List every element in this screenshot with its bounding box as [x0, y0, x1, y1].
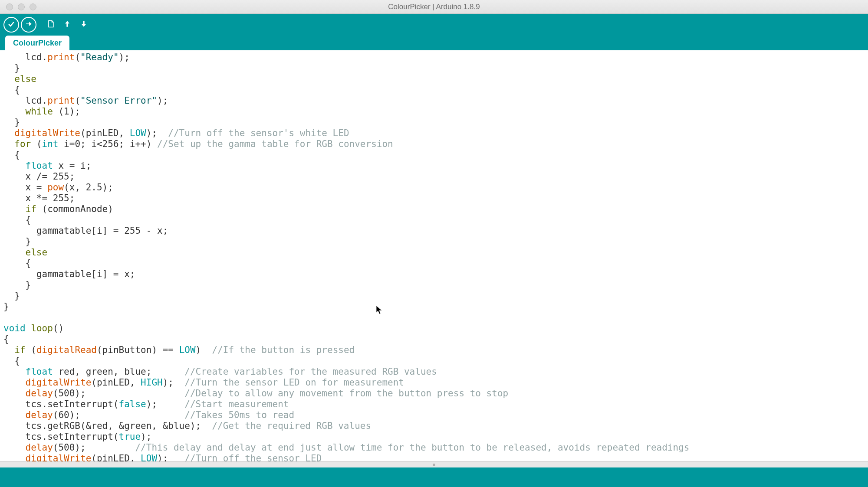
code-text: HIGH — [141, 377, 163, 388]
code-text — [3, 410, 26, 420]
code-text: ); — [157, 453, 184, 461]
code-text: x *= 255; — [3, 193, 75, 203]
code-text: if — [26, 204, 36, 214]
code-text: ( — [75, 95, 80, 106]
code-text: "Sensor Error" — [80, 95, 157, 106]
code-text: (500); — [53, 388, 184, 399]
code-text: print — [47, 95, 75, 106]
code-text: ); — [146, 399, 185, 409]
code-text: () — [53, 323, 64, 333]
code-text: ( — [75, 52, 80, 62]
code-text: ( — [31, 139, 42, 149]
code-text: pow — [47, 182, 64, 193]
code-text: false — [119, 399, 146, 409]
code-text: } — [3, 63, 20, 73]
code-text: float — [26, 366, 53, 377]
code-text: ); — [163, 377, 185, 388]
code-text: red, green, blue; — [53, 366, 184, 377]
code-text: (x, 2.5); — [64, 182, 113, 193]
code-text: { — [3, 85, 20, 95]
code-text: } — [3, 117, 20, 127]
code-text: (pinLED, — [91, 377, 141, 388]
code-text: //This delay and delay at end just allow… — [135, 442, 689, 453]
code-text — [3, 388, 26, 399]
code-text — [3, 128, 14, 138]
code-text: gammatable[i] = 255 - x; — [3, 226, 168, 236]
code-text: ) — [196, 345, 212, 355]
editor-footer — [0, 461, 868, 467]
status-bar — [0, 467, 868, 487]
new-sketch-button[interactable] — [43, 17, 58, 32]
code-text: i=0; i<256; i++) — [58, 139, 157, 149]
code-text: //Turn off the sensor LED — [184, 453, 322, 461]
code-text: } — [3, 280, 31, 290]
open-sketch-button[interactable] — [60, 17, 75, 32]
toolbar — [0, 14, 868, 35]
code-text: lcd. — [3, 52, 47, 62]
code-text: digitalWrite — [26, 453, 92, 461]
code-text: //Start measurement — [184, 399, 289, 409]
code-text: delay — [26, 410, 53, 420]
code-text: digitalWrite — [14, 128, 80, 138]
code-text: x /= 255; — [3, 171, 75, 182]
code-text: ( — [26, 345, 36, 355]
code-text: delay — [26, 442, 53, 453]
code-text: { — [3, 356, 20, 366]
code-text: ); — [141, 431, 151, 442]
code-text: ); — [119, 52, 130, 62]
verify-button[interactable] — [3, 17, 19, 33]
resize-dot-icon[interactable] — [433, 464, 435, 466]
code-text — [3, 453, 26, 461]
code-text: "Ready" — [80, 52, 119, 62]
code-text: (60); — [53, 410, 184, 420]
code-text: (500); — [53, 442, 135, 453]
code-text: (pinButton) == — [97, 345, 179, 355]
upload-button[interactable] — [21, 17, 36, 33]
code-text: //Delay to allow any movement from the b… — [184, 388, 508, 399]
code-text: lcd. — [3, 95, 47, 106]
code-text: x = — [3, 182, 47, 193]
code-text: (pinLED, — [91, 453, 141, 461]
code-editor[interactable]: lcd.print("Ready"); } else { lcd.print("… — [0, 50, 868, 461]
code-text: gammatable[i] = x; — [3, 269, 135, 279]
code-text: print — [47, 52, 75, 62]
code-text: //Set up the gamma table for RGB convers… — [157, 139, 393, 149]
code-text: } — [3, 301, 9, 312]
code-text: float — [26, 160, 53, 171]
arduino-ide-window: ColourPicker | Arduino 1.8.9 — [0, 0, 868, 487]
arrow-right-icon — [24, 20, 33, 29]
code-text: LOW — [179, 345, 196, 355]
tab-bar: ColourPicker — [0, 35, 868, 50]
code-text: { — [3, 150, 20, 160]
code-text: { — [3, 334, 9, 344]
code-text: //If the button is pressed — [212, 345, 355, 355]
code-text: { — [3, 215, 31, 225]
code-text: ); — [157, 95, 168, 106]
code-text: delay — [26, 388, 53, 399]
code-text — [26, 323, 31, 333]
code-text: ); — [146, 128, 168, 138]
save-sketch-button[interactable] — [76, 17, 91, 32]
code-text: void — [3, 323, 26, 333]
code-text — [3, 139, 14, 149]
close-traffic-icon[interactable] — [6, 3, 13, 10]
code-text: LOW — [130, 128, 146, 138]
code-text — [3, 160, 26, 171]
code-text — [3, 106, 26, 117]
traffic-lights — [0, 3, 36, 10]
code-text: //Get the required RGB values — [212, 421, 371, 431]
code-text: else — [3, 74, 36, 84]
code-text: true — [119, 431, 141, 442]
code-text: while — [26, 106, 53, 117]
code-text: int — [42, 139, 59, 149]
zoom-traffic-icon[interactable] — [30, 3, 36, 10]
code-text — [3, 377, 26, 388]
titlebar: ColourPicker | Arduino 1.8.9 — [0, 0, 868, 14]
code-text: } — [3, 236, 31, 247]
arrow-up-icon — [63, 20, 72, 29]
code-text: //Turn the sensor LED on for measurement — [184, 377, 404, 388]
code-text — [3, 442, 26, 453]
minimize-traffic-icon[interactable] — [18, 3, 25, 10]
code-text: //Create variables for the measured RGB … — [184, 366, 437, 377]
tab-colourpicker[interactable]: ColourPicker — [5, 36, 69, 50]
